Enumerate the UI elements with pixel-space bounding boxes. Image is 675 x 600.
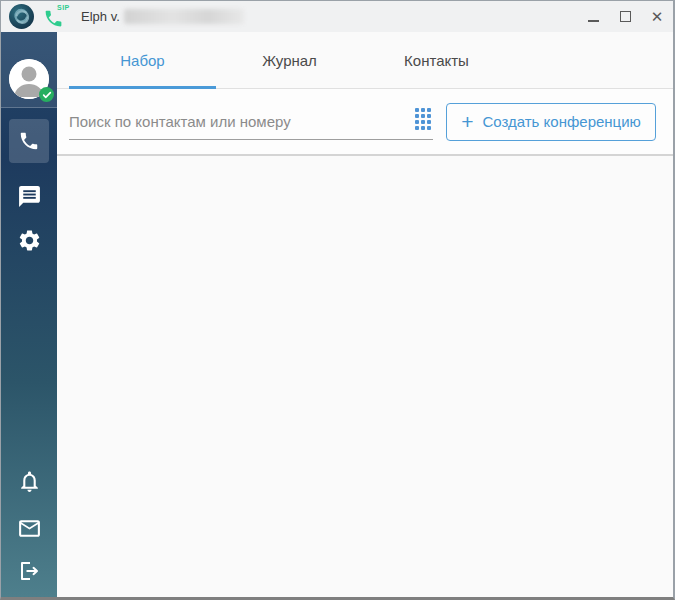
window-controls: ✕: [577, 1, 673, 32]
minimize-icon: [588, 20, 599, 22]
sidebar-item-calls[interactable]: [9, 119, 49, 163]
tab-journal-label: Журнал: [262, 52, 317, 69]
create-conference-label: Создать конференцию: [482, 113, 640, 130]
sidebar-item-settings[interactable]: [1, 228, 57, 253]
app-window: SIP Elph v. ✕: [0, 0, 675, 600]
online-status-badge: [39, 87, 54, 102]
window-title: Elph v.: [81, 9, 120, 24]
create-conference-button[interactable]: + Создать конференцию: [446, 103, 656, 141]
tab-dial-label: Набор: [120, 52, 164, 69]
sidebar-item-notifications[interactable]: [1, 469, 57, 494]
close-button[interactable]: ✕: [641, 1, 673, 32]
tab-contacts[interactable]: Контакты: [363, 32, 510, 88]
tab-bar: Набор Журнал Контакты: [57, 32, 673, 89]
maximize-button[interactable]: [609, 1, 641, 32]
dialpad-icon[interactable]: [415, 108, 431, 130]
toolbar: + Создать конференцию: [57, 89, 673, 156]
sip-badge-label: SIP: [57, 4, 70, 11]
dial-tab-content: [57, 156, 673, 597]
app-version-redacted: [124, 9, 244, 24]
search-field[interactable]: [69, 104, 433, 140]
titlebar: SIP Elph v. ✕: [1, 1, 673, 32]
tab-journal[interactable]: Журнал: [216, 32, 363, 88]
app-logo-icon: [9, 4, 34, 29]
sidebar: [1, 32, 57, 597]
main-area: Набор Журнал Контакты + Создать конферен…: [57, 32, 673, 597]
phone-icon: [18, 130, 40, 152]
close-icon: ✕: [651, 9, 664, 24]
maximize-icon: [620, 11, 631, 22]
tab-dial[interactable]: Набор: [69, 32, 216, 88]
sidebar-item-mail[interactable]: [1, 516, 57, 541]
tab-contacts-label: Контакты: [404, 52, 469, 69]
minimize-button[interactable]: [577, 1, 609, 32]
search-input[interactable]: [69, 113, 407, 130]
bell-icon: [17, 469, 42, 494]
sidebar-user-section: [1, 32, 57, 108]
gear-icon: [17, 228, 42, 253]
logout-icon: [17, 559, 41, 583]
chat-icon: [17, 184, 42, 209]
sidebar-item-logout[interactable]: [1, 559, 57, 583]
sip-phone-icon: SIP: [43, 5, 73, 29]
plus-icon: +: [461, 111, 473, 132]
sidebar-item-chats[interactable]: [1, 184, 57, 209]
mail-icon: [17, 516, 42, 541]
